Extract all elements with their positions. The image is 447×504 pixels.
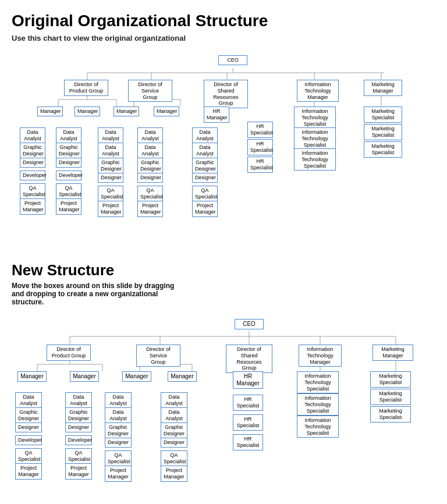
gd2-1-new[interactable]: GraphicDesigner <box>65 407 92 424</box>
gd3-1-new[interactable]: GraphicDesigner <box>105 423 132 439</box>
qa2-1-orig[interactable]: QASpecialist <box>56 183 81 200</box>
hr-spec3-orig[interactable]: HRSpecialist <box>247 157 273 173</box>
des2-1-orig[interactable]: Designer <box>56 158 81 168</box>
dev2-1-orig[interactable]: Developer <box>56 171 81 180</box>
it-manager-new[interactable]: InformationTechnology Manager <box>299 345 342 367</box>
it-spec1-orig[interactable]: InformationTechnologySpecialist <box>294 107 336 129</box>
mgr2-new[interactable]: Manager <box>70 371 99 382</box>
mgr4-new[interactable]: Manager <box>168 371 197 382</box>
pm3-1-orig[interactable]: ProjectManager <box>98 201 123 217</box>
mgr3-new[interactable]: Manager <box>122 371 151 382</box>
pm1-1-new[interactable]: ProjectManager <box>15 463 42 480</box>
pm5-1-orig[interactable]: ProjectManager <box>192 201 218 217</box>
des2-1-new[interactable]: Designer <box>65 423 92 432</box>
mktg-spec1-new[interactable]: MarketingSpecialist <box>370 371 411 388</box>
dir-shared-new[interactable]: Director of SharedResources Group <box>226 345 272 373</box>
it-spec3-new[interactable]: InformationTechnologySpecialist <box>297 416 339 438</box>
da4-1-new[interactable]: DataAnalyst <box>161 392 187 409</box>
da4-2-orig[interactable]: DataAnalyst <box>137 143 163 159</box>
des3-1-orig[interactable]: Designer <box>98 173 123 183</box>
gd1-1-new[interactable]: GraphicDesigner <box>15 407 42 424</box>
mgr4-orig[interactable]: Manager <box>154 107 179 116</box>
des5-1-orig[interactable]: Designer <box>192 173 218 183</box>
da3-2-new[interactable]: DataAnalyst <box>105 407 132 424</box>
mktg-manager-new[interactable]: MarketingManager <box>372 345 413 361</box>
dev2-1-new[interactable]: Developer <box>65 435 92 445</box>
des4-1-orig[interactable]: Designer <box>137 173 163 183</box>
dev1-1-new[interactable]: Developer <box>15 435 42 445</box>
pm2-1-new[interactable]: ProjectManager <box>65 463 92 480</box>
dir-product-new[interactable]: Director ofProduct Group <box>47 345 91 361</box>
hr-spec2-orig[interactable]: HRSpecialist <box>247 139 273 155</box>
pm1-1-orig[interactable]: ProjectManager <box>20 198 45 215</box>
it-spec2-new[interactable]: InformationTechnologySpecialist <box>297 393 339 416</box>
da1-1-new[interactable]: DataAnalyst <box>15 392 42 409</box>
qa1-1-new[interactable]: QASpecialist <box>15 448 42 464</box>
da4-2-new[interactable]: DataAnalyst <box>161 407 187 424</box>
qa4-1-orig[interactable]: QASpecialist <box>137 186 163 202</box>
des4-1-new[interactable]: Designer <box>161 438 187 448</box>
mktg-spec2-new[interactable]: MarketingSpecialist <box>370 389 411 405</box>
qa4-1-new[interactable]: QASpecialist <box>161 450 187 467</box>
qa5-1-orig[interactable]: QASpecialist <box>192 186 218 202</box>
gd4-1-orig[interactable]: GraphicDesigner <box>137 158 163 174</box>
pm3-1-new[interactable]: ProjectManager <box>105 466 132 482</box>
pm4-1-new[interactable]: ProjectManager <box>161 466 187 482</box>
pm4-1-orig[interactable]: ProjectManager <box>137 201 163 217</box>
des1-1-new[interactable]: Designer <box>15 423 42 432</box>
da5-1-orig[interactable]: DataAnalyst <box>192 127 218 144</box>
original-section: Original Organizational Structure Use th… <box>12 12 435 226</box>
mktg-spec3-orig[interactable]: MarketingSpecialist <box>364 141 402 158</box>
hr-manager-new[interactable]: HRManager <box>233 371 263 389</box>
hr-spec3-new[interactable]: HRSpecialist <box>233 434 263 450</box>
hr-spec1-orig[interactable]: HRSpecialist <box>247 122 273 138</box>
gd2-1-orig[interactable]: GraphicDesigner <box>56 143 81 159</box>
qa2-1-new[interactable]: QASpecialist <box>65 448 92 464</box>
da3-2-orig[interactable]: DataAnalyst <box>98 143 123 159</box>
ceo-box-new[interactable]: CEO <box>235 319 264 329</box>
it-manager-orig[interactable]: InformationTechnology Manager <box>297 80 339 102</box>
hr-spec2-new[interactable]: HRSpecialist <box>233 414 263 431</box>
mktg-spec3-new[interactable]: MarketingSpecialist <box>370 406 411 423</box>
des1-1-orig[interactable]: Designer <box>20 158 45 168</box>
pm2-1-orig[interactable]: ProjectManager <box>56 198 81 215</box>
da5-2-orig[interactable]: DataAnalyst <box>192 143 218 159</box>
da4-1-orig[interactable]: DataAnalyst <box>137 127 163 144</box>
gd3-1-orig[interactable]: GraphicDesigner <box>98 158 123 174</box>
dir-service-orig[interactable]: Director of ServiceGroup <box>128 80 172 102</box>
it-spec1-new[interactable]: InformationTechnologySpecialist <box>297 371 339 393</box>
hr-spec1-new[interactable]: HRSpecialist <box>233 395 263 411</box>
qa1-1-orig[interactable]: QASpecialist <box>20 183 45 200</box>
qa3-1-orig[interactable]: QASpecialist <box>98 186 123 202</box>
da2-1-orig[interactable]: DataAnalyst <box>56 127 81 144</box>
gd4-1-new[interactable]: GraphicDesigner <box>161 423 187 439</box>
mktg-spec2-orig[interactable]: MarketingSpecialist <box>364 124 402 140</box>
gd5-1-orig[interactable]: GraphicDesigner <box>192 158 218 174</box>
da3-1-new[interactable]: DataAnalyst <box>105 392 132 409</box>
spacer <box>12 226 435 261</box>
dir-product-orig[interactable]: Director ofProduct Group <box>64 80 108 96</box>
mgr2-orig[interactable]: Manager <box>74 107 100 116</box>
qa3-1-new[interactable]: QASpecialist <box>105 450 132 467</box>
gd1-1-orig[interactable]: GraphicDesigner <box>20 143 45 159</box>
ceo-box-orig[interactable]: CEO <box>218 55 247 65</box>
des3-1-new[interactable]: Designer <box>105 438 132 448</box>
new-chart: CEO Director ofProduct Group Director of… <box>12 315 435 504</box>
original-chart: CEO Director ofProduct Group Director of… <box>12 52 435 226</box>
mktg-manager-orig[interactable]: MarketingManager <box>364 80 402 96</box>
dir-shared-orig[interactable]: Director of SharedResources Group <box>204 80 248 108</box>
mgr3-orig[interactable]: Manager <box>113 107 139 116</box>
da1-1-orig[interactable]: DataAnalyst <box>20 127 45 144</box>
new-section: New Structure Move the boxes around on t… <box>12 261 435 504</box>
hr-manager-orig[interactable]: HRManager <box>204 107 229 123</box>
da3-1-orig[interactable]: DataAnalyst <box>98 127 123 144</box>
it-spec3-orig[interactable]: InformationTechnologySpecialist <box>294 148 336 171</box>
mgr1-new[interactable]: Manager <box>17 371 47 382</box>
dev1-1-orig[interactable]: Developer <box>20 171 45 180</box>
da2-1-new[interactable]: DataAnalyst <box>65 392 92 409</box>
mgr1-orig[interactable]: Manager <box>37 107 63 116</box>
mktg-spec1-orig[interactable]: MarketingSpecialist <box>364 107 402 123</box>
it-spec2-orig[interactable]: InformationTechnologySpecialist <box>294 127 336 150</box>
dir-service-new[interactable]: Director of ServiceGroup <box>136 345 180 367</box>
original-title: Original Organizational Structure <box>12 12 435 30</box>
